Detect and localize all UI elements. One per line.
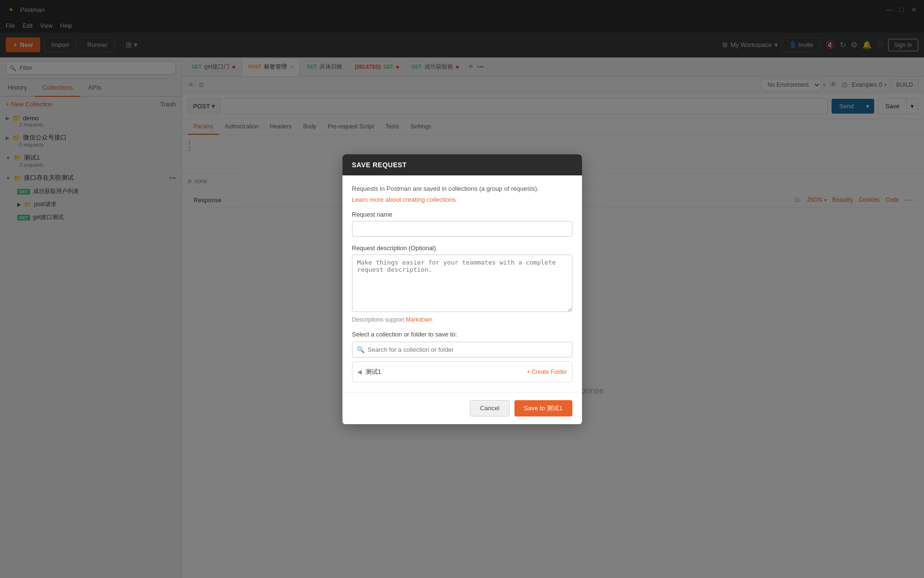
modal-title: SAVE REQUEST <box>352 161 407 169</box>
description-textarea[interactable] <box>352 254 572 312</box>
description-label: Request description (Optional) <box>352 244 572 252</box>
arrow-right-icon: ◀ <box>357 369 362 375</box>
save-to-button[interactable]: Save to 测试1 <box>514 400 572 416</box>
modal-overlay: SAVE REQUEST Requests in Postman are sav… <box>0 0 924 578</box>
collection-result-name[interactable]: 测试1 <box>365 368 381 376</box>
collection-result-item: ◀ 测试1 + Create Folder <box>352 361 572 382</box>
markdown-link[interactable]: Markdown <box>406 316 432 323</box>
cancel-button[interactable]: Cancel <box>470 400 509 416</box>
collection-search-wrap: 🔍 <box>352 342 572 358</box>
save-request-modal: SAVE REQUEST Requests in Postman are sav… <box>342 154 582 424</box>
request-name-input[interactable] <box>352 221 572 237</box>
collection-search-input[interactable] <box>352 342 572 358</box>
modal-info-text: Requests in Postman are saved in collect… <box>352 185 572 192</box>
create-folder-button[interactable]: + Create Folder <box>527 369 567 375</box>
request-name-group: Request name <box>352 211 572 237</box>
description-group: Request description (Optional) Descripti… <box>352 244 572 323</box>
modal-footer: Cancel Save to 测试1 <box>342 392 582 424</box>
search-icon: 🔍 <box>357 346 365 353</box>
learn-more-link[interactable]: Learn more about creating collections <box>352 196 456 203</box>
modal-header: SAVE REQUEST <box>342 154 582 175</box>
markdown-note: Descriptions support Markdown <box>352 316 572 323</box>
modal-body: Requests in Postman are saved in collect… <box>342 175 582 392</box>
request-name-label: Request name <box>352 211 572 218</box>
select-collection-label: Select a collection or folder to save to… <box>352 331 572 338</box>
